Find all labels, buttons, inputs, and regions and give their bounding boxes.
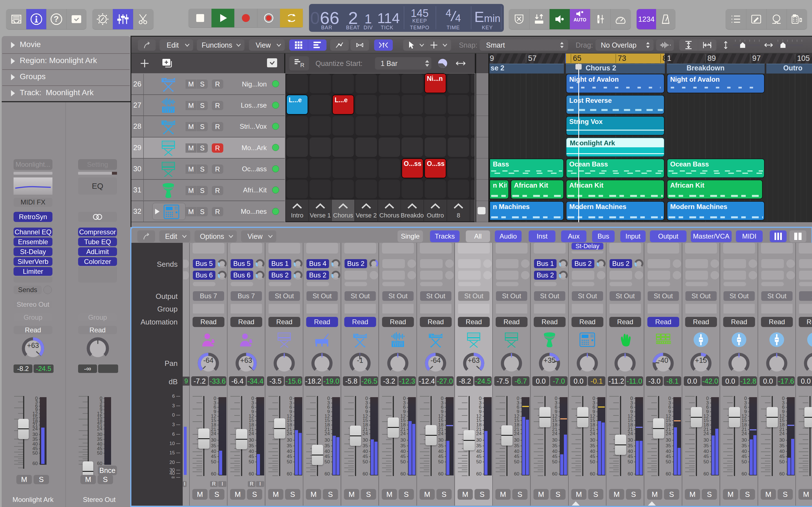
svg-text:-64: -64	[430, 356, 441, 364]
svg-text:-1: -1	[357, 356, 363, 364]
svg-text:+63: +63	[27, 341, 39, 349]
svg-text:+35: +35	[543, 356, 555, 364]
svg-text:+15: +15	[695, 356, 707, 364]
svg-text:-40: -40	[658, 356, 668, 364]
svg-text:-64: -64	[203, 356, 213, 364]
svg-text:R: R	[300, 62, 304, 68]
svg-text:+63: +63	[468, 356, 479, 364]
svg-text:+63: +63	[240, 356, 252, 364]
